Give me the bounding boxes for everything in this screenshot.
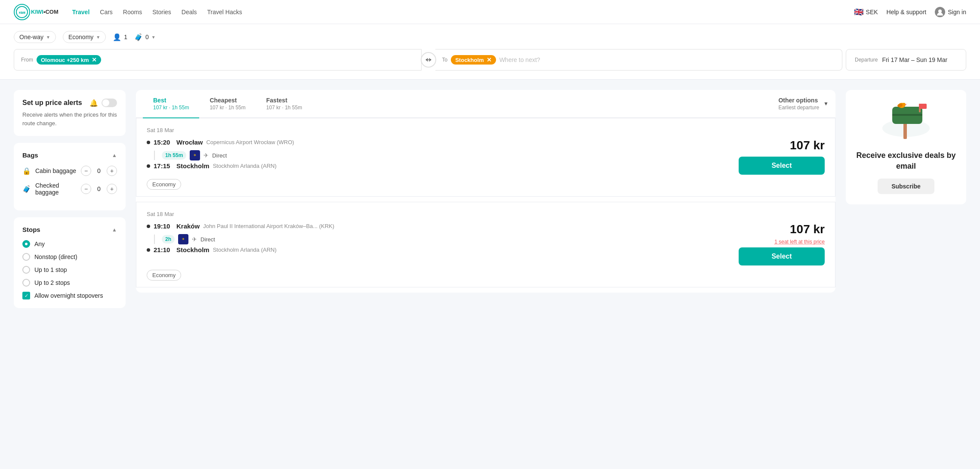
- svg-text:KIWI: KIWI: [19, 11, 25, 15]
- nav-travel[interactable]: Travel: [72, 7, 89, 17]
- flight-2-date: Sat 18 Mar: [147, 211, 825, 217]
- tab-fastest[interactable]: Fastest 107 kr · 1h 55m: [256, 90, 312, 117]
- chevron-up-icon: ▲: [112, 227, 117, 233]
- overnight-stopovers-item[interactable]: ✓ Allow overnight stopovers: [22, 292, 117, 299]
- main-content: Set up price alerts 🔔 Receive alerts whe…: [0, 80, 980, 318]
- flight-2-cabin-class: Economy: [147, 270, 181, 281]
- stops-option-any[interactable]: Any: [22, 240, 117, 248]
- overnight-checkbox: ✓: [22, 292, 30, 299]
- svg-point-10: [902, 103, 906, 106]
- stops-filter: Stops ▲ Any Nonstop (direct) Up to 1 sto…: [14, 217, 126, 308]
- price-alert-toggle[interactable]: [102, 99, 117, 107]
- search-bar: One-way ▼ Economy ▼ 👤 1 🧳 0 ▼ From Olomo…: [0, 24, 980, 80]
- flight-2-departure: 19:10 Kraków John Paul II International …: [147, 222, 728, 230]
- radio-nonstop: [22, 253, 30, 261]
- cabin-baggage-counter: − 0 +: [81, 166, 117, 176]
- cabin-baggage-increase[interactable]: +: [107, 166, 117, 176]
- flight-1-footer: Economy: [147, 181, 825, 188]
- bags-selector[interactable]: 🧳 0 ▼: [134, 33, 156, 41]
- bags-filter: Bags ▲ 🔒 Cabin baggage − 0 + 🧳 Checked b…: [14, 143, 126, 210]
- tabs-results: Best 107 kr · 1h 55m Cheapest 107 kr · 1…: [136, 90, 835, 293]
- stops-option-2stops[interactable]: Up to 2 stops: [22, 279, 117, 287]
- svg-point-2: [938, 9, 942, 13]
- currency-label: SEK: [866, 9, 878, 15]
- subscribe-button[interactable]: Subscribe: [878, 179, 934, 194]
- to-tag-close[interactable]: ✕: [487, 56, 492, 63]
- search-inputs: From Olomouc +250 km ✕ To Stockholm ✕ Wh…: [14, 49, 966, 71]
- nav-stories[interactable]: Stories: [152, 7, 171, 17]
- cabin-baggage-decrease[interactable]: −: [81, 166, 91, 176]
- flight-2-seat-left: 1 seat left at this price: [774, 239, 825, 245]
- bags-title: Bags: [22, 151, 38, 159]
- nav-deals[interactable]: Deals: [182, 7, 197, 17]
- nav-rooms[interactable]: Rooms: [123, 7, 142, 17]
- bell-icon: 🔔: [89, 99, 98, 107]
- from-tag-close[interactable]: ✕: [92, 56, 97, 63]
- logo[interactable]: KIWI KIWI•COM: [14, 4, 59, 20]
- to-tag: Stockholm ✕: [451, 55, 496, 65]
- flight-1-price-area: 107 kr Select: [739, 139, 825, 175]
- flight-1-connector: 1h 55m ✈ ✈ Direct: [147, 148, 728, 162]
- price-alert-header: Set up price alerts 🔔: [22, 99, 117, 107]
- currency-selector[interactable]: 🇬🇧 SEK: [854, 7, 878, 17]
- flight-2-select-button[interactable]: Select: [739, 247, 825, 265]
- chevron-up-icon: ▲: [112, 152, 117, 158]
- stops-title: Stops: [22, 226, 40, 233]
- plane-icon-2: ✈: [192, 236, 197, 243]
- flight-1-details: 15:20 Wrocław Copernicus Airport Wrocław…: [147, 139, 728, 175]
- chevron-down-icon: ▼: [823, 101, 829, 107]
- flight-1-type: Direct: [212, 152, 227, 159]
- airline-logo-1: ✈: [190, 150, 200, 160]
- checked-baggage-count: 0: [96, 185, 102, 192]
- signin-label: Sign in: [948, 9, 966, 15]
- flight-2-details: 19:10 Kraków John Paul II International …: [147, 222, 728, 265]
- from-input[interactable]: From Olomouc +250 km ✕: [14, 49, 422, 71]
- flight-2-arrival: 21:10 Stockholm Stockholm Arlanda (ARN): [147, 246, 728, 253]
- mailbox-illustration: [880, 100, 932, 143]
- nav-cars[interactable]: Cars: [100, 7, 113, 17]
- tab-best[interactable]: Best 107 kr · 1h 55m: [143, 90, 199, 118]
- checked-baggage-decrease[interactable]: −: [81, 184, 91, 194]
- flight-dot: [147, 225, 150, 228]
- checked-baggage-increase[interactable]: +: [107, 184, 117, 194]
- tab-cheapest[interactable]: Cheapest 107 kr · 1h 55m: [199, 90, 256, 117]
- nav-travel-hacks[interactable]: Travel Hacks: [207, 7, 242, 17]
- stops-filter-header[interactable]: Stops ▲: [22, 226, 117, 233]
- radio-any: [22, 240, 30, 248]
- tab-other-options[interactable]: Other options Earliest departure ▼: [778, 90, 829, 117]
- sidebar: Set up price alerts 🔔 Receive alerts whe…: [14, 90, 126, 308]
- flight-1-cabin-class: Economy: [147, 179, 181, 190]
- trip-type-dropdown[interactable]: One-way ▼: [14, 31, 56, 43]
- bags-filter-header[interactable]: Bags ▲: [22, 151, 117, 159]
- signin-button[interactable]: Sign in: [935, 7, 966, 17]
- stops-option-1stop[interactable]: Up to 1 stop: [22, 266, 117, 274]
- svg-rect-8: [919, 104, 927, 109]
- airline-logo-2: ✈: [178, 234, 188, 244]
- search-options: One-way ▼ Economy ▼ 👤 1 🧳 0 ▼: [14, 31, 966, 43]
- flight-2-price-area: 107 kr 1 seat left at this price Select: [739, 222, 825, 265]
- flight-2-footer: Economy: [147, 272, 825, 278]
- price-alert-section: Set up price alerts 🔔 Receive alerts whe…: [14, 90, 126, 136]
- stops-option-nonstop[interactable]: Nonstop (direct): [22, 253, 117, 261]
- promo-panel: Receive exclusive deals by email Subscri…: [846, 90, 966, 204]
- person-icon: 👤: [113, 33, 121, 41]
- radio-2stops: [22, 279, 30, 287]
- help-link[interactable]: Help & support: [887, 9, 927, 15]
- to-input[interactable]: To Stockholm ✕ Where to next?: [435, 49, 843, 71]
- logo-icon: KIWI: [14, 4, 30, 20]
- logo-label: KIWI•COM: [31, 9, 59, 15]
- result-tabs: Best 107 kr · 1h 55m Cheapest 107 kr · 1…: [136, 90, 835, 118]
- flight-2-connector: 2h ✈ ✈ Direct: [147, 232, 728, 246]
- flight-1-select-button[interactable]: Select: [739, 157, 825, 175]
- flight-2-type: Direct: [200, 236, 215, 243]
- from-tag: Olomouc +250 km ✕: [37, 55, 101, 65]
- swap-button[interactable]: [421, 52, 436, 68]
- departure-date-input[interactable]: Departure Fri 17 Mar – Sun 19 Mar: [846, 49, 966, 71]
- cabin-class-dropdown[interactable]: Economy ▼: [63, 31, 106, 43]
- price-alert-toggle-area: 🔔: [89, 99, 117, 107]
- passengers-selector[interactable]: 👤 1: [113, 33, 127, 41]
- flight-2-price: 107 kr: [790, 222, 825, 236]
- chevron-down-icon: ▼: [96, 35, 100, 40]
- duration-badge-2: 2h: [162, 235, 175, 244]
- checked-baggage-counter: − 0 +: [81, 184, 117, 194]
